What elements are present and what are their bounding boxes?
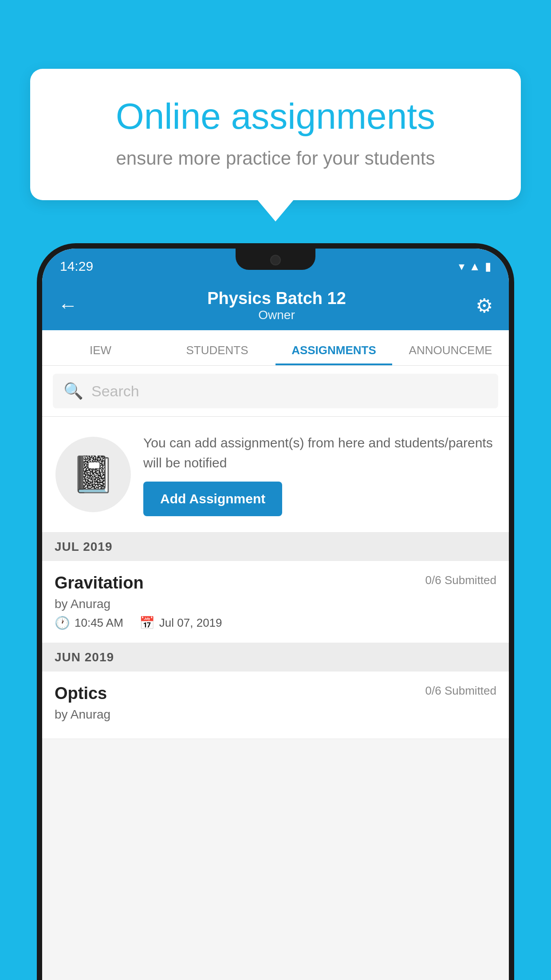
phone-frame: 14:29 ▾ ▲ ▮ ← Physics Batch 12 Owner ⚙ I… [37,243,514,980]
promo-content: You can add assignment(s) from here and … [143,433,496,516]
settings-button[interactable]: ⚙ [476,294,493,317]
phone-inner: 14:29 ▾ ▲ ▮ ← Physics Batch 12 Owner ⚙ I… [42,249,509,980]
assignment-date: Jul 07, 2019 [159,616,222,630]
battery-icon: ▮ [485,260,491,273]
tab-announcements[interactable]: ANNOUNCEME [392,344,509,365]
promo-icon-circle: 📓 [55,437,131,512]
notebook-icon: 📓 [71,454,115,495]
assignment-author-optics: by Anurag [55,707,496,722]
add-assignment-button[interactable]: Add Assignment [143,482,282,516]
assignment-meta: 🕐 10:45 AM 📅 Jul 07, 2019 [55,616,496,630]
tab-iew[interactable]: IEW [42,344,159,365]
tab-students[interactable]: STUDENTS [159,344,276,365]
search-icon: 🔍 [63,382,83,400]
tab-assignments[interactable]: ASSIGNMENTS [276,344,392,365]
tabs-bar: IEW STUDENTS ASSIGNMENTS ANNOUNCEME [42,330,509,366]
calendar-icon: 📅 [139,616,155,630]
date-meta: 📅 Jul 07, 2019 [139,616,222,630]
assignment-time: 10:45 AM [75,616,123,630]
assignment-item-gravitation[interactable]: Gravitation 0/6 Submitted by Anurag 🕐 10… [42,561,509,643]
status-icons: ▾ ▲ ▮ [459,256,491,273]
search-placeholder: Search [91,383,139,400]
assignment-title: Gravitation [55,573,144,593]
time-meta: 🕐 10:45 AM [55,616,123,630]
content-area: 🔍 Search 📓 You can add assignment(s) fro… [42,366,509,980]
search-box[interactable]: 🔍 Search [53,374,498,408]
search-container: 🔍 Search [42,366,509,417]
speech-bubble-container: Online assignments ensure more practice … [30,69,521,200]
assignment-title-optics: Optics [55,684,107,703]
wifi-icon: ▾ [459,260,464,273]
assignment-author: by Anurag [55,597,496,611]
signal-icon: ▲ [469,260,480,273]
header-title-block: Physics Batch 12 Owner [207,289,346,322]
assignment-submitted: 0/6 Submitted [425,573,496,587]
assignment-item-optics[interactable]: Optics 0/6 Submitted by Anurag [42,672,509,739]
speech-bubble-subtitle: ensure more practice for your students [61,148,490,169]
assignment-submitted-optics: 0/6 Submitted [425,684,496,698]
camera [270,255,281,265]
clock-icon: 🕐 [55,616,70,630]
header-title: Physics Batch 12 [207,289,346,308]
app-header: ← Physics Batch 12 Owner ⚙ [42,281,509,330]
back-button[interactable]: ← [58,294,78,316]
promo-card: 📓 You can add assignment(s) from here an… [42,417,509,533]
assignment-top: Gravitation 0/6 Submitted [55,573,496,593]
section-header-jul: JUL 2019 [42,533,509,561]
speech-bubble: Online assignments ensure more practice … [30,69,521,200]
promo-text: You can add assignment(s) from here and … [143,433,496,473]
notch [236,249,315,270]
assignment-top-optics: Optics 0/6 Submitted [55,684,496,703]
header-subtitle: Owner [207,308,346,322]
section-header-jun: JUN 2019 [42,643,509,672]
speech-bubble-title: Online assignments [61,95,490,137]
status-time: 14:29 [60,255,93,274]
